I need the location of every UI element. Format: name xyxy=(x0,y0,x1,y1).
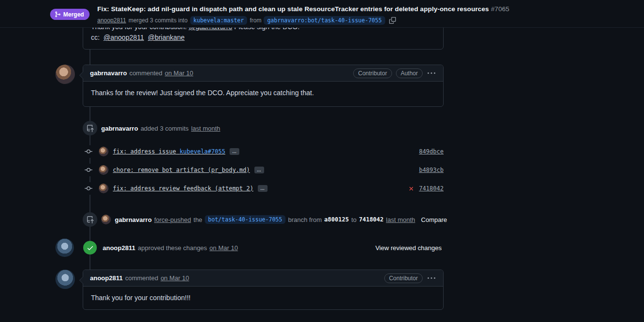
check-icon xyxy=(87,244,94,252)
event-text: to xyxy=(351,216,357,223)
check-failed-icon[interactable] xyxy=(408,186,414,192)
repo-push-icon xyxy=(87,125,94,132)
commit-author-avatar[interactable] xyxy=(99,165,108,175)
to-sha[interactable]: 7418042 xyxy=(359,216,384,223)
commit-hash-link[interactable]: 849dbce xyxy=(419,148,444,155)
event-date-link[interactable]: last month xyxy=(191,125,220,132)
merged-by-user-link[interactable]: anoop2811 xyxy=(97,17,126,24)
repo-push-icon xyxy=(87,216,94,223)
force-push-branch-label[interactable]: bot/task-40-issue-7055 xyxy=(205,215,286,224)
commit-hash-link[interactable]: 7418042 xyxy=(419,185,444,192)
comment-header: gabrnavarro commented on Mar 10 Contribu… xyxy=(83,65,443,82)
mention-anoop2811-link[interactable]: @anoop2811 xyxy=(104,34,144,41)
comment-date-link[interactable]: on Mar 10 xyxy=(165,69,194,77)
approval-date-link[interactable]: on Mar 10 xyxy=(210,244,238,252)
comment-action: commented xyxy=(129,69,162,77)
comment-body: Thanks for the review! Just signed the D… xyxy=(83,82,443,104)
contributor-badge: Contributor xyxy=(384,273,423,283)
event-text: branch from xyxy=(288,216,322,223)
comment-options-button[interactable] xyxy=(427,274,436,282)
commit-expand-button[interactable]: … xyxy=(230,148,239,155)
pr-sticky-header: Merged Fix: StateKeep: add nil-guard in … xyxy=(0,0,644,28)
comment-gabrnavarro: gabrnavarro commented on Mar 10 Contribu… xyxy=(83,65,444,107)
commits-added-event: gabrnavarroadded 3 commitslast month xyxy=(83,121,444,136)
merged-status-badge: Merged xyxy=(50,9,89,20)
base-branch-label[interactable]: kubevela:master xyxy=(190,16,248,25)
commits-added-text: gabrnavarroadded 3 commitslast month xyxy=(101,125,220,132)
merge-summary-text: merged 3 commits into xyxy=(128,17,187,24)
approval-action: approved these changes xyxy=(138,244,207,252)
comment-header: anoop2811 commented on Mar 10 Contributo… xyxy=(83,270,443,287)
pr-title-text: Fix: StateKeep: add nil-guard in dispatc… xyxy=(97,5,489,13)
merged-label: Merged xyxy=(63,11,84,18)
comment-anoop2811: anoop2811 commented on Mar 10 Contributo… xyxy=(83,270,444,310)
comment-author-link[interactable]: gabrnavarro xyxy=(90,69,127,77)
comment-body: Thank you for your contribution!!! xyxy=(83,287,443,309)
force-push-event: gabrnavarroforce-pushedthebot/task-40-is… xyxy=(83,212,444,227)
kebab-icon xyxy=(428,274,435,282)
git-merge-icon xyxy=(54,11,61,17)
event-author-link[interactable]: gabrnavarro xyxy=(101,125,138,132)
commit-author-avatar[interactable] xyxy=(99,147,108,156)
avatar-anoop2811[interactable] xyxy=(55,270,75,289)
git-commit-icon xyxy=(83,164,94,176)
approval-text: anoop2811approved these changeson Mar 10 xyxy=(103,244,238,252)
view-reviewed-changes-button[interactable]: View reviewed changes xyxy=(374,243,444,253)
commit-author-avatar[interactable] xyxy=(99,184,108,193)
commit-hash-link[interactable]: b4893cb xyxy=(419,167,444,173)
commit-message-link[interactable]: fix: address review feedback (attempt 2) xyxy=(113,185,253,192)
pr-title: Fix: StateKeep: add nil-guard in dispatc… xyxy=(97,5,509,13)
commit-message-link[interactable]: chore: remove bot artifact (pr_body.md) xyxy=(113,167,250,173)
git-commit-icon xyxy=(83,182,94,195)
compare-button[interactable]: Compare xyxy=(419,215,449,224)
avatar-gabrnavarro[interactable] xyxy=(55,65,75,84)
from-text: from xyxy=(250,17,261,24)
cc-label: cc: xyxy=(91,34,100,41)
copy-icon xyxy=(389,17,396,24)
commit-expand-button[interactable]: … xyxy=(258,185,268,192)
from-sha[interactable]: a800125 xyxy=(324,216,349,223)
merge-summary-line: anoop2811 merged 3 commits into kubevela… xyxy=(97,16,396,25)
git-commit-icon xyxy=(83,145,94,158)
author-badge: Author xyxy=(396,68,423,78)
event-date-link[interactable]: last month xyxy=(386,216,415,223)
head-branch-label[interactable]: gabrnavarro:bot/task-40-issue-7055 xyxy=(264,16,385,25)
commit-row: chore: remove bot artifact (pr_body.md) … xyxy=(83,164,444,176)
comment-author-link[interactable]: anoop2811 xyxy=(90,274,123,282)
commit-message-link[interactable]: fix: address issue kubevela#7055 xyxy=(113,148,225,155)
copy-branch-button[interactable] xyxy=(389,17,396,24)
issue-ref-link[interactable]: kubevela#7055 xyxy=(179,148,225,155)
cc-line: cc: @anoop2811 @briankane xyxy=(91,34,185,41)
comment-date-link[interactable]: on Mar 10 xyxy=(161,274,189,282)
event-author-link[interactable]: gabrnavarro xyxy=(115,216,152,223)
force-push-text: gabrnavarroforce-pushedthebot/task-40-is… xyxy=(115,215,415,224)
approval-event: anoop2811approved these changeson Mar 10… xyxy=(55,238,444,257)
commit-row: fix: address review feedback (attempt 2)… xyxy=(83,182,444,195)
comment-action: commented xyxy=(125,274,158,282)
approval-author-link[interactable]: anoop2811 xyxy=(103,244,135,252)
event-action: added 3 commits xyxy=(141,125,189,132)
avatar-anoop2811[interactable] xyxy=(55,238,74,257)
mention-briankane-link[interactable]: @briankane xyxy=(148,34,185,41)
contributor-badge: Contributor xyxy=(353,68,392,78)
commit-expand-button[interactable]: … xyxy=(254,167,264,173)
comment-options-button[interactable] xyxy=(427,69,436,77)
repo-push-badge xyxy=(83,212,97,227)
pr-number: #7065 xyxy=(491,5,509,13)
commit-row: fix: address issue kubevela#7055 … 849db… xyxy=(83,145,444,158)
event-text: the xyxy=(194,216,202,223)
event-author-avatar[interactable] xyxy=(101,215,111,224)
pull-request-page: Thank you for your contribution! @gabrna… xyxy=(0,0,644,322)
repo-push-badge xyxy=(83,121,97,136)
force-pushed-link[interactable]: force-pushed xyxy=(154,216,191,223)
approved-check-badge xyxy=(83,241,97,254)
kebab-icon xyxy=(428,69,435,77)
